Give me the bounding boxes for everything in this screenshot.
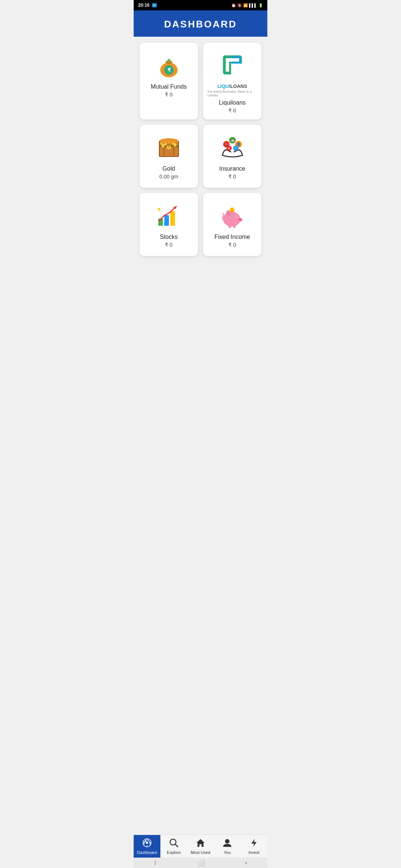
- fixed-income-value: ₹ 0: [228, 242, 236, 248]
- svg-rect-51: [233, 225, 235, 228]
- main-content: ₹ Mutual Funds ₹ 0: [134, 37, 267, 286]
- gold-card[interactable]: Gold 0.00 gm: [140, 125, 198, 188]
- svg-point-24: [172, 142, 174, 145]
- svg-rect-38: [164, 215, 169, 226]
- fixed-income-label: Fixed Income: [214, 234, 250, 240]
- wifi-icon: 📶: [243, 3, 248, 7]
- svg-point-21: [164, 143, 167, 145]
- insurance-icon: 🚗 🏠 👤 ♥ 🛡: [218, 132, 247, 162]
- status-left: 20:16 in: [138, 3, 157, 8]
- svg-point-47: [227, 211, 229, 216]
- insurance-label: Insurance: [219, 165, 245, 172]
- svg-text:₹: ₹: [167, 67, 170, 73]
- status-right: ⏰ 🔇 📶 ▌▌▌ 🔋: [231, 3, 263, 7]
- app-header: DASHBOARD: [134, 10, 267, 37]
- insurance-value: ₹ 0: [228, 174, 236, 180]
- signal-icon: ▌▌▌: [249, 3, 257, 7]
- svg-point-43: [237, 218, 242, 222]
- fixed-income-icon: [218, 200, 247, 230]
- svg-rect-3: [167, 59, 170, 62]
- svg-point-19: [168, 145, 170, 147]
- card-grid: ₹ Mutual Funds ₹ 0: [140, 43, 261, 256]
- gold-label: Gold: [163, 165, 175, 172]
- svg-text:🏠: 🏠: [230, 138, 235, 143]
- insurance-card[interactable]: 🚗 🏠 👤 ♥ 🛡 Insurance ₹ 0: [203, 125, 261, 188]
- svg-point-45: [239, 219, 241, 220]
- svg-text:♥: ♥: [228, 147, 230, 150]
- mutual-funds-icon: ₹: [154, 50, 184, 80]
- page-title: DASHBOARD: [134, 19, 267, 30]
- fixed-income-card[interactable]: Fixed Income ₹ 0: [203, 193, 261, 256]
- linkedin-icon: in: [152, 3, 157, 7]
- liquiloans-label: Liquiloans: [219, 99, 245, 106]
- svg-rect-7: [231, 63, 242, 75]
- liquiloans-icon: [218, 50, 247, 80]
- battery-icon: 🔋: [258, 3, 263, 7]
- mutual-funds-label: Mutual Funds: [151, 83, 187, 90]
- liquiloans-card[interactable]: LIQUILOANS For every Borrower, there is …: [203, 43, 261, 119]
- svg-point-54: [230, 208, 234, 211]
- svg-rect-50: [228, 225, 231, 228]
- mute-icon: 🔇: [237, 3, 242, 7]
- alarm-icon: ⏰: [231, 3, 236, 7]
- liquiloans-brand: LIQUILOANS: [217, 83, 247, 89]
- gold-icon: [154, 132, 184, 162]
- svg-text:🛡: 🛡: [234, 147, 237, 150]
- stocks-icon: ₹: [154, 200, 184, 230]
- svg-rect-39: [170, 211, 175, 226]
- svg-point-49: [236, 216, 237, 217]
- stocks-value: ₹ 0: [165, 242, 173, 248]
- mutual-funds-card[interactable]: ₹ Mutual Funds ₹ 0: [140, 43, 198, 119]
- liquiloans-value: ₹ 0: [228, 108, 236, 114]
- time-display: 20:16: [138, 3, 150, 8]
- svg-rect-11: [226, 58, 239, 62]
- svg-text:₹: ₹: [157, 208, 161, 213]
- status-bar: 20:16 in ⏰ 🔇 📶 ▌▌▌ 🔋: [134, 0, 267, 10]
- stocks-card[interactable]: ₹ Stocks ₹ 0: [140, 193, 198, 256]
- gold-value: 0.00 gm: [159, 174, 178, 180]
- stocks-label: Stocks: [160, 234, 177, 240]
- liquiloans-tagline: For every Borrower, there is a Lender: [208, 90, 257, 97]
- mutual-funds-value: ₹ 0: [165, 92, 173, 98]
- svg-point-44: [238, 219, 240, 220]
- svg-point-22: [160, 142, 163, 145]
